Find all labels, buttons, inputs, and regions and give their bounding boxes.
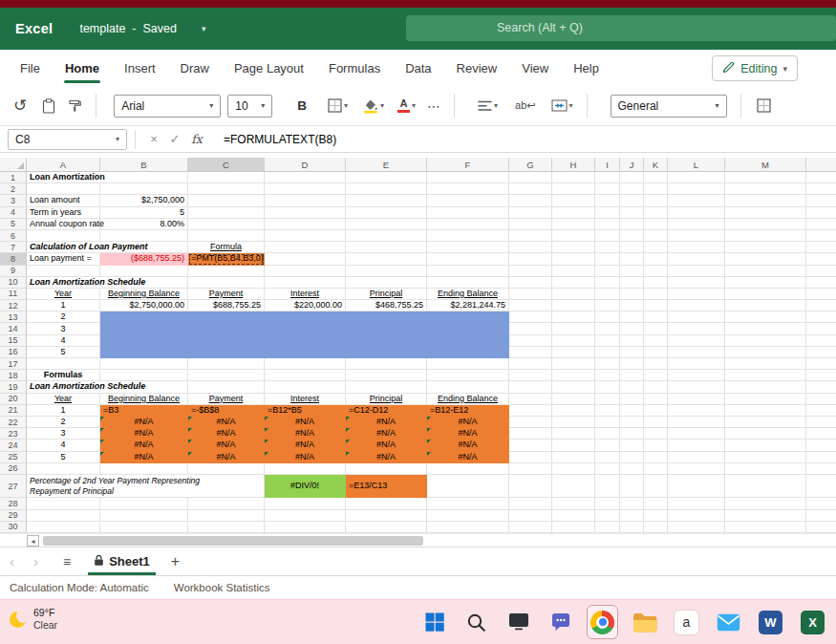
cell-G23[interactable] xyxy=(509,428,552,440)
cell-H12[interactable] xyxy=(552,300,595,311)
cell-K6[interactable] xyxy=(644,230,668,242)
cell-J14[interactable] xyxy=(620,323,644,334)
row-header-12[interactable]: 12 xyxy=(0,300,27,311)
cell-E23[interactable]: #N/A xyxy=(346,428,427,440)
cell-K29[interactable] xyxy=(644,510,668,522)
cell-D27[interactable]: #DIV/0! xyxy=(265,475,346,499)
cell-G16[interactable] xyxy=(509,347,552,358)
cell-M13[interactable] xyxy=(725,311,806,323)
cell-I1[interactable] xyxy=(595,172,620,183)
cell-M12[interactable] xyxy=(725,300,806,311)
cell-N1[interactable] xyxy=(806,172,836,183)
cell-I4[interactable] xyxy=(595,207,620,219)
cell-F28[interactable] xyxy=(427,498,509,509)
cell-A28[interactable] xyxy=(27,498,100,509)
cell-M25[interactable] xyxy=(725,452,806,463)
cell-H8[interactable] xyxy=(552,253,595,265)
cell-A30[interactable] xyxy=(27,522,100,533)
cell-M24[interactable] xyxy=(725,440,806,451)
cell-F30[interactable] xyxy=(427,522,509,533)
cell-C20[interactable]: Payment xyxy=(188,394,265,405)
cell-F12[interactable]: $2,281,244.75 xyxy=(427,300,509,311)
cell-M19[interactable] xyxy=(725,381,806,393)
cell-H7[interactable] xyxy=(552,242,595,253)
cell-G22[interactable] xyxy=(509,417,552,428)
cell-N14[interactable] xyxy=(806,323,836,334)
cell-E27[interactable]: =E13/C13 xyxy=(346,475,427,499)
cell-H5[interactable] xyxy=(552,219,595,230)
cell-D25[interactable]: #N/A xyxy=(265,452,346,463)
workbook-statistics-status[interactable]: Workbook Statistics xyxy=(174,582,270,593)
cell-L12[interactable] xyxy=(668,300,725,311)
row-header-25[interactable]: 25 xyxy=(0,452,27,463)
cell-C7[interactable]: Formula xyxy=(188,242,265,253)
cell-L13[interactable] xyxy=(668,311,725,323)
cell-G25[interactable] xyxy=(509,452,552,463)
tab-formulas[interactable]: Formulas xyxy=(316,50,393,86)
cell-B19[interactable] xyxy=(100,381,188,393)
row-header-16[interactable]: 16 xyxy=(0,347,27,358)
cell-G8[interactable] xyxy=(509,253,552,265)
cell-A22[interactable]: 2 xyxy=(27,417,100,428)
cell-D18[interactable] xyxy=(265,370,346,381)
cell-K3[interactable] xyxy=(644,195,668,206)
cell-N29[interactable] xyxy=(806,510,836,522)
cell-G19[interactable] xyxy=(509,381,552,393)
cell-H16[interactable] xyxy=(552,347,595,358)
align-left-icon[interactable] xyxy=(478,100,492,112)
cell-A25[interactable]: 5 xyxy=(27,452,100,463)
cell-N7[interactable] xyxy=(806,242,836,253)
cell-G11[interactable] xyxy=(509,289,552,300)
cell-H9[interactable] xyxy=(552,266,595,277)
cell-L15[interactable] xyxy=(668,335,725,347)
cell-D11[interactable]: Interest xyxy=(265,289,346,300)
cell-C8[interactable]: =PMT(B5,B4,B3,0) xyxy=(188,253,265,265)
cell-A6[interactable] xyxy=(27,230,100,242)
cell-I13[interactable] xyxy=(595,311,620,323)
cell-D15[interactable] xyxy=(265,335,346,347)
tab-view[interactable]: View xyxy=(509,50,561,86)
search-input[interactable]: Search (Alt + Q) xyxy=(406,15,836,41)
cell-E29[interactable] xyxy=(346,510,427,522)
column-header-N[interactable]: N xyxy=(806,158,836,172)
cell-C11[interactable]: Payment xyxy=(188,289,265,300)
column-header-G[interactable]: G xyxy=(509,158,552,172)
cell-J29[interactable] xyxy=(620,510,644,522)
cell-B16[interactable] xyxy=(100,347,188,358)
cell-B28[interactable] xyxy=(100,498,188,509)
cell-I3[interactable] xyxy=(595,195,620,206)
cell-I11[interactable] xyxy=(595,289,620,300)
cell-C22[interactable]: #N/A xyxy=(188,417,265,428)
cell-I5[interactable] xyxy=(595,219,620,230)
cell-L20[interactable] xyxy=(668,394,725,405)
cell-B30[interactable] xyxy=(100,522,188,533)
cell-K2[interactable] xyxy=(644,183,668,195)
cell-K9[interactable] xyxy=(644,266,668,277)
cell-I12[interactable] xyxy=(595,300,620,311)
cell-L9[interactable] xyxy=(668,266,725,277)
cell-J12[interactable] xyxy=(620,300,644,311)
cell-G12[interactable] xyxy=(509,300,552,311)
cell-C29[interactable] xyxy=(188,510,265,522)
cell-L19[interactable] xyxy=(668,381,725,393)
cell-L10[interactable] xyxy=(668,277,725,289)
cell-N26[interactable] xyxy=(806,463,836,475)
cell-B10[interactable] xyxy=(100,277,188,289)
cell-E28[interactable] xyxy=(346,498,427,509)
cell-M18[interactable] xyxy=(725,370,806,381)
cell-M28[interactable] xyxy=(725,498,806,509)
cell-I16[interactable] xyxy=(595,347,620,358)
cell-B26[interactable] xyxy=(100,463,188,475)
column-header-A[interactable]: A xyxy=(27,158,100,172)
cell-A24[interactable]: 4 xyxy=(27,440,100,451)
cell-F29[interactable] xyxy=(427,510,509,522)
taskbar-search-icon[interactable] xyxy=(461,605,492,639)
cell-J3[interactable] xyxy=(620,195,644,206)
cell-M1[interactable] xyxy=(725,172,806,183)
cell-D16[interactable] xyxy=(265,347,346,358)
cell-G27[interactable] xyxy=(509,475,552,499)
cell-M14[interactable] xyxy=(725,323,806,334)
cell-E20[interactable]: Principal xyxy=(346,394,427,405)
cell-F10[interactable] xyxy=(427,277,509,289)
cell-K27[interactable] xyxy=(644,475,668,499)
